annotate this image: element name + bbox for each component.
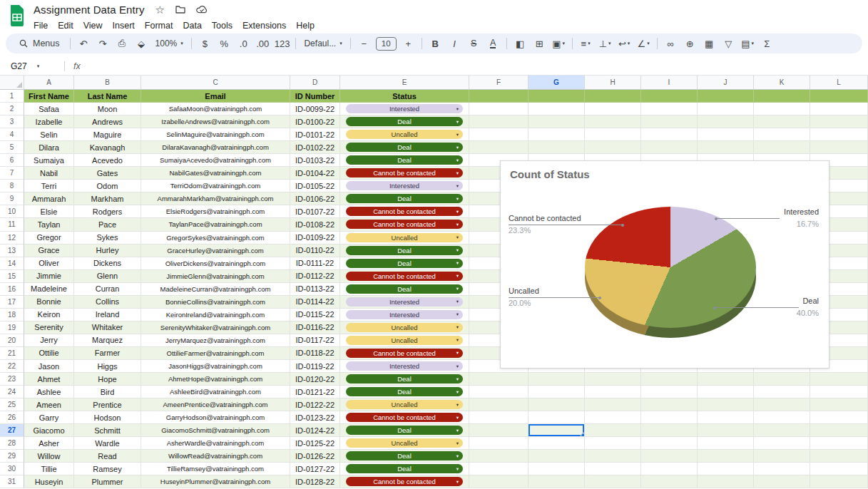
status-pill[interactable]: Deal▾	[346, 387, 463, 396]
cell-K25[interactable]	[754, 398, 810, 411]
print-button[interactable]: ⎙	[113, 35, 132, 52]
functions-button[interactable]: Σ	[757, 35, 777, 52]
cell-H26[interactable]	[585, 411, 641, 424]
cell-A28[interactable]: Asher	[24, 437, 74, 450]
row-header-15[interactable]: 15	[0, 270, 24, 283]
row-header-5[interactable]: 5	[0, 141, 24, 154]
cell-B25[interactable]: Prentice	[74, 398, 141, 411]
cell-C30[interactable]: TillieRamsey@vatrainingph.com	[141, 463, 290, 475]
cell-B18[interactable]: Ireland	[74, 309, 141, 321]
cell-I30[interactable]	[641, 463, 698, 475]
row-header-11[interactable]: 11	[0, 218, 24, 231]
cell-K23[interactable]	[754, 373, 810, 386]
cell-K1[interactable]	[754, 90, 810, 103]
row-header-30[interactable]: 30	[0, 463, 24, 475]
column-header-G[interactable]: G	[529, 76, 585, 89]
status-pill[interactable]: Interested▾	[346, 181, 463, 190]
header-cell-B1[interactable]: Last Name	[74, 90, 141, 103]
cell-G24[interactable]	[529, 386, 585, 398]
cell-C6[interactable]: SumaiyaAcevedo@vatrainingph.com	[141, 154, 290, 167]
cell-B16[interactable]: Curran	[74, 283, 141, 296]
status-pill[interactable]: Deal▾	[346, 117, 463, 126]
row-header-1[interactable]: 1	[0, 90, 24, 103]
cell-I5[interactable]	[641, 141, 698, 154]
status-pill[interactable]: Deal▾	[346, 464, 463, 473]
cell-H27[interactable]	[585, 424, 641, 437]
cell-B28[interactable]: Wardle	[74, 437, 141, 450]
cell-D20[interactable]: ID-0117-22	[290, 334, 340, 347]
cell-K31[interactable]	[754, 475, 810, 488]
cell-A27[interactable]: Giacomo	[24, 424, 74, 437]
cell-G3[interactable]	[529, 115, 585, 128]
cell-C24[interactable]: AshleeBird@vatrainingph.com	[141, 386, 290, 398]
cell-J5[interactable]	[698, 141, 754, 154]
fill-color-button[interactable]: ◧	[511, 35, 530, 52]
status-dropdown-9[interactable]: Deal▾	[340, 192, 469, 205]
cell-A22[interactable]: Jason	[24, 360, 74, 373]
strikethrough-button[interactable]: S	[464, 35, 484, 52]
merge-cells-button[interactable]: ▣▾	[549, 35, 568, 52]
status-dropdown-11[interactable]: Cannot be contacted▾	[340, 218, 469, 231]
status-pill[interactable]: Cannot be contacted▾	[346, 207, 463, 216]
cell-J26[interactable]	[698, 411, 754, 424]
cell-C10[interactable]: ElsieRodgers@vatrainingph.com	[141, 205, 290, 218]
status-pill[interactable]: Cannot be contacted▾	[346, 349, 463, 358]
cell-J23[interactable]	[698, 373, 754, 386]
cell-B10[interactable]: Rodgers	[74, 205, 141, 218]
status-pill[interactable]: Uncalled▾	[346, 438, 463, 448]
status-pill[interactable]: Interested▾	[346, 361, 463, 371]
status-dropdown-14[interactable]: Deal▾	[340, 257, 469, 270]
header-cell-C1[interactable]: Email	[141, 90, 290, 103]
cell-G27[interactable]	[529, 424, 585, 437]
status-pill[interactable]: Interested▾	[346, 310, 463, 319]
cell-A25[interactable]: Ameen	[24, 398, 74, 411]
cell-L1[interactable]	[810, 90, 868, 103]
cell-B4[interactable]: Maguire	[74, 128, 141, 141]
cell-J29[interactable]	[698, 450, 754, 463]
format-percent-button[interactable]: %	[215, 35, 234, 52]
cell-D31[interactable]: ID-0128-22	[290, 475, 340, 488]
cell-D11[interactable]: ID-0108-22	[290, 218, 340, 231]
status-pill[interactable]: Uncalled▾	[346, 130, 463, 139]
chart-overlay[interactable]: Count of Status Cannot be contacted 23.3…	[500, 160, 829, 369]
status-dropdown-6[interactable]: Deal▾	[340, 154, 469, 167]
cell-A10[interactable]: Elsie	[24, 205, 74, 218]
header-cell-E1[interactable]: Status	[340, 90, 469, 103]
borders-button[interactable]: ⊞	[530, 35, 549, 52]
sheets-logo-icon[interactable]	[9, 5, 25, 29]
cell-D24[interactable]: ID-0121-22	[290, 386, 340, 398]
column-header-L[interactable]: L	[810, 76, 868, 89]
cell-A15[interactable]: Jimmie	[24, 270, 74, 283]
cell-F2[interactable]	[469, 103, 529, 115]
cell-A4[interactable]: Selin	[24, 128, 74, 141]
cell-K4[interactable]	[754, 128, 810, 141]
status-dropdown-12[interactable]: Uncalled▾	[340, 232, 469, 244]
cell-A21[interactable]: Ottilie	[24, 347, 74, 360]
cell-D6[interactable]: ID-0103-22	[290, 154, 340, 167]
menu-file[interactable]: File	[29, 21, 53, 31]
select-all-corner[interactable]	[0, 76, 24, 89]
column-header-K[interactable]: K	[754, 76, 810, 89]
more-formats-button[interactable]: 123	[272, 35, 292, 52]
row-header-25[interactable]: 25	[0, 398, 24, 411]
cell-C11[interactable]: TaylanPace@vatrainingph.com	[141, 218, 290, 231]
row-header-9[interactable]: 9	[0, 192, 24, 205]
cell-L24[interactable]	[810, 386, 868, 398]
cell-A26[interactable]: Garry	[24, 411, 74, 424]
cell-C27[interactable]: GiacomoSchmitt@vatrainingph.com	[141, 424, 290, 437]
status-pill[interactable]: Cannot be contacted▾	[346, 413, 463, 422]
cell-L28[interactable]	[810, 437, 868, 450]
cell-B9[interactable]: Markham	[74, 192, 141, 205]
row-header-23[interactable]: 23	[0, 373, 24, 386]
row-header-18[interactable]: 18	[0, 309, 24, 321]
cell-J24[interactable]	[698, 386, 754, 398]
bold-button[interactable]: B	[426, 35, 445, 52]
menu-edit[interactable]: Edit	[53, 21, 78, 31]
status-pill[interactable]: Deal▾	[346, 284, 463, 294]
column-header-I[interactable]: I	[641, 76, 698, 89]
cell-B14[interactable]: Dickens	[74, 257, 141, 270]
row-header-13[interactable]: 13	[0, 244, 24, 257]
insert-chart-button[interactable]: ▦	[700, 35, 719, 52]
cell-K26[interactable]	[754, 411, 810, 424]
cell-A18[interactable]: Keiron	[24, 309, 74, 321]
